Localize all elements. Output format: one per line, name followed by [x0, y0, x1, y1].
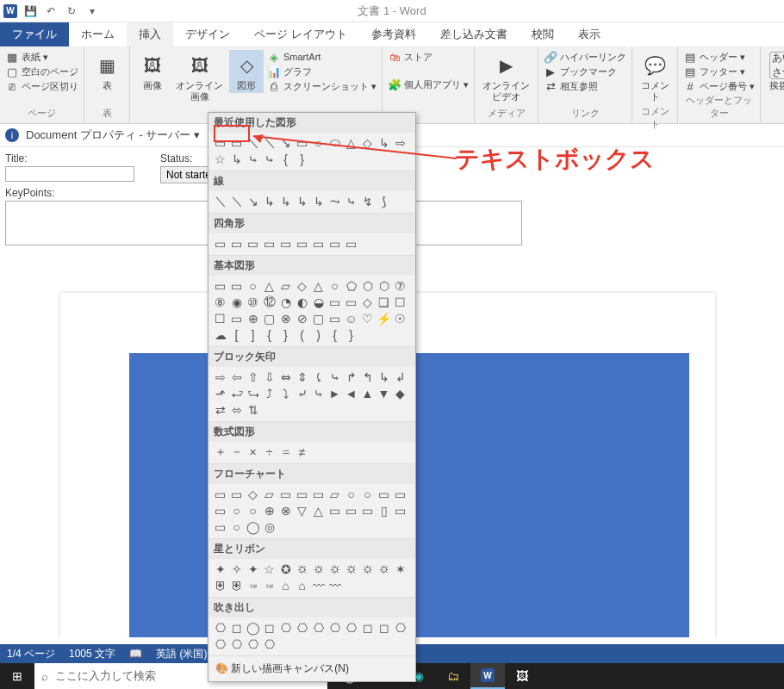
shape-item[interactable]: ○ [310, 134, 327, 151]
shape-item[interactable]: ✦ [212, 561, 228, 577]
shape-item[interactable]: ⊕ [245, 310, 261, 326]
shape-item[interactable]: ▱ [277, 277, 294, 294]
shape-item[interactable]: ↳ [261, 193, 277, 209]
shape-item[interactable]: ↳ [310, 193, 327, 209]
shape-item[interactable]: ◯ [245, 518, 261, 535]
shape-item[interactable]: 〰 [310, 577, 327, 593]
shape-item[interactable]: { [327, 326, 343, 343]
status-language[interactable]: 英語 (米国) [156, 647, 207, 661]
shape-item[interactable]: ▭ [212, 134, 228, 151]
shape-item[interactable]: ⤷ [343, 193, 359, 209]
shape-item[interactable]: ☐ [392, 294, 408, 310]
shape-item[interactable]: ◻ [359, 619, 376, 636]
shape-item[interactable]: ⤷ [261, 151, 277, 167]
shape-item[interactable]: ⇨ [392, 134, 408, 151]
shape-item[interactable]: } [277, 326, 294, 343]
shape-item[interactable]: ↳ [228, 151, 245, 167]
shape-item[interactable]: ⑦ [392, 277, 408, 294]
shape-item[interactable]: ↳ [376, 369, 392, 385]
shape-item[interactable]: ⮑ [245, 385, 261, 401]
status-page[interactable]: 1/4 ページ [7, 647, 55, 661]
shape-item[interactable]: ► [327, 385, 343, 401]
shape-item[interactable]: ⬄ [228, 401, 245, 418]
shape-item[interactable]: ⤹ [310, 369, 327, 385]
shape-item[interactable]: ⊗ [277, 310, 294, 326]
qat-customize-icon[interactable]: ▾ [84, 3, 100, 19]
shape-item[interactable]: ⌂ [294, 577, 310, 593]
save-icon[interactable]: 💾 [22, 3, 38, 19]
table-button[interactable]: ▦表 [90, 50, 124, 93]
shape-item[interactable]: ＼ [228, 193, 245, 209]
greeting-button[interactable]: あいさつ挨拶文 [766, 50, 784, 93]
shape-item[interactable]: ▭ [228, 235, 245, 251]
shape-item[interactable]: ○ [228, 502, 245, 518]
shape-item[interactable]: ⛨ [228, 577, 245, 593]
shape-item[interactable]: ☺ [343, 310, 359, 326]
shape-item[interactable]: ＼ [261, 134, 277, 151]
shape-item[interactable]: ↳ [376, 134, 392, 151]
image-button[interactable]: 🖼画像 [135, 50, 170, 93]
shape-item[interactable]: ▭ [294, 486, 310, 502]
shape-item[interactable]: ( [294, 326, 310, 343]
shape-item[interactable]: ◒ [310, 294, 327, 310]
shape-item[interactable]: ▭ [277, 235, 294, 251]
shape-item[interactable]: ⊘ [294, 310, 310, 326]
shape-item[interactable]: ⬠ [343, 277, 359, 294]
shape-item[interactable]: ＝ [277, 444, 294, 460]
shape-item[interactable]: ▢ [310, 310, 327, 326]
shape-item[interactable]: ▭ [392, 486, 408, 502]
shape-item[interactable]: ÷ [261, 444, 277, 460]
shape-item[interactable]: ⎔ [245, 636, 261, 652]
tab-review[interactable]: 校閲 [520, 22, 566, 47]
shape-item[interactable]: △ [310, 277, 327, 294]
shape-item[interactable]: ⎔ [228, 636, 245, 652]
shape-item[interactable]: ) [310, 326, 327, 343]
shape-item[interactable]: ✧ [228, 561, 245, 577]
shape-item[interactable]: ↘ [245, 193, 261, 209]
shape-item[interactable]: ⇨ [212, 369, 228, 385]
shape-item[interactable]: ⎔ [277, 619, 294, 636]
screenshot-button[interactable]: ⎙スクリーンショット ▾ [267, 79, 376, 93]
shape-item[interactable]: ↳ [277, 193, 294, 209]
shape-item[interactable]: △ [261, 277, 277, 294]
shape-item[interactable]: ⑧ [212, 294, 228, 310]
shape-item[interactable]: ⚡ [376, 310, 392, 326]
shape-item[interactable]: ▭ [376, 486, 392, 502]
shape-item[interactable]: ▭ [294, 134, 310, 151]
shape-item[interactable]: ⎃ [261, 577, 277, 593]
shape-item[interactable]: ↯ [359, 193, 376, 209]
page-number-button[interactable]: #ページ番号 ▾ [683, 79, 755, 93]
shape-item[interactable]: ▭ [343, 502, 359, 518]
shape-item[interactable]: ⎔ [212, 636, 228, 652]
shape-item[interactable]: ▭ [327, 294, 343, 310]
shape-item[interactable]: ▭ [327, 235, 343, 251]
shape-item[interactable]: ◻ [228, 619, 245, 636]
shape-item[interactable]: ◐ [294, 294, 310, 310]
blank-page-button[interactable]: ▢空白のページ [5, 65, 78, 78]
shape-item[interactable]: ▭ [228, 486, 245, 502]
shape-item[interactable]: ⇄ [212, 401, 228, 418]
shape-item[interactable]: ▭ [310, 486, 327, 502]
shape-item[interactable]: ⬡ [376, 277, 392, 294]
shape-item[interactable]: ♡ [359, 310, 376, 326]
shape-item[interactable]: { [261, 326, 277, 343]
shape-item[interactable]: × [245, 444, 261, 460]
tab-references[interactable]: 参考資料 [359, 22, 428, 47]
shape-item[interactable]: ◔ [277, 294, 294, 310]
title-input[interactable] [5, 166, 134, 182]
shape-item[interactable]: ⤶ [294, 385, 310, 401]
comment-button[interactable]: 💬コメント [638, 50, 672, 104]
repeat-icon[interactable]: ↻ [64, 3, 79, 19]
shape-item[interactable]: ⛭ [376, 561, 392, 577]
shape-item[interactable]: ◯ [245, 619, 261, 636]
photo-app-icon[interactable]: 🖼 [505, 663, 539, 689]
shape-item[interactable]: ⛭ [359, 561, 376, 577]
shape-item[interactable]: ≠ [294, 444, 310, 460]
shape-item[interactable]: ⇔ [277, 369, 294, 385]
shapes-button[interactable]: ◇図形 [229, 50, 264, 93]
store-button[interactable]: 🛍ストア [388, 50, 469, 64]
shape-item[interactable]: ✶ [392, 561, 408, 577]
online-image-button[interactable]: 🖼オンライン 画像 [173, 50, 226, 104]
shape-item[interactable]: ⎔ [294, 619, 310, 636]
shape-item[interactable]: ▭ [392, 502, 408, 518]
